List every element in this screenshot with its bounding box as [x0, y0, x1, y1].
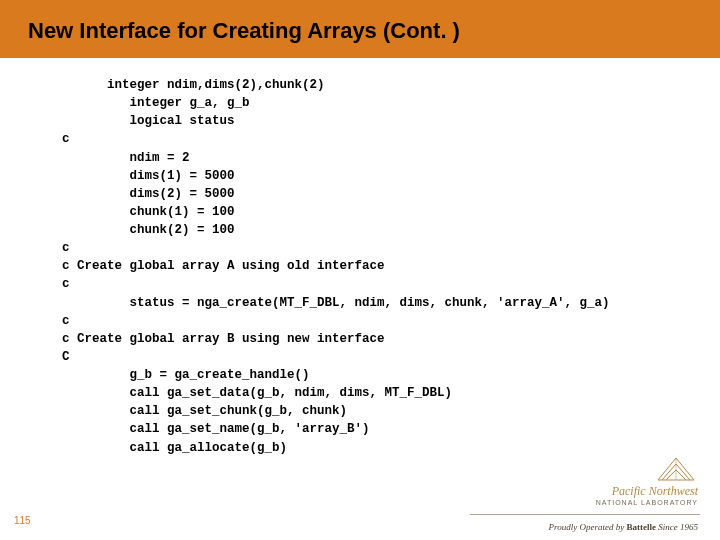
- code-line: c: [62, 132, 70, 146]
- code-line: call ga_set_data(g_b, ndim, dims, MT_F_D…: [62, 386, 452, 400]
- code-line: integer ndim,dims(2),chunk(2): [62, 78, 325, 92]
- code-listing: integer ndim,dims(2),chunk(2) integer g_…: [0, 58, 720, 457]
- lab-name: Pacific Northwest NATIONAL LABORATORY: [596, 484, 698, 506]
- code-line: call ga_set_chunk(g_b, chunk): [62, 404, 347, 418]
- operated-prefix: Proudly Operated by: [549, 522, 627, 532]
- header-bar: New Interface for Creating Arrays (Cont.…: [0, 0, 720, 58]
- code-line: chunk(2) = 100: [62, 223, 235, 237]
- lab-sub-text: NATIONAL LABORATORY: [596, 499, 698, 506]
- code-line: logical status: [62, 114, 235, 128]
- code-line: integer g_a, g_b: [62, 96, 250, 110]
- page-title: New Interface for Creating Arrays (Cont.…: [28, 18, 720, 44]
- code-line: c: [62, 277, 70, 291]
- code-line: call ga_set_name(g_b, 'array_B'): [62, 422, 370, 436]
- code-line: g_b = ga_create_handle(): [62, 368, 310, 382]
- code-line: status = nga_create(MT_F_DBL, ndim, dims…: [62, 296, 610, 310]
- code-line: C: [62, 350, 70, 364]
- footer-divider: [470, 514, 700, 515]
- code-line: c: [62, 314, 70, 328]
- code-line: c: [62, 241, 70, 255]
- page-number: 115: [14, 515, 31, 526]
- operated-suffix: Since 1965: [656, 522, 698, 532]
- code-line: dims(1) = 5000: [62, 169, 235, 183]
- code-line: c Create global array B using new interf…: [62, 332, 385, 346]
- operated-by-text: Proudly Operated by Battelle Since 1965: [549, 522, 698, 532]
- operated-brand: Battelle: [627, 522, 657, 532]
- lab-main-text: Pacific Northwest: [596, 484, 698, 499]
- code-line: ndim = 2: [62, 151, 190, 165]
- code-line: chunk(1) = 100: [62, 205, 235, 219]
- lab-logo-icon: [656, 452, 698, 484]
- code-line: c Create global array A using old interf…: [62, 259, 385, 273]
- code-line: dims(2) = 5000: [62, 187, 235, 201]
- code-line: call ga_allocate(g_b): [62, 441, 287, 455]
- footer: Pacific Northwest NATIONAL LABORATORY Pr…: [470, 460, 720, 540]
